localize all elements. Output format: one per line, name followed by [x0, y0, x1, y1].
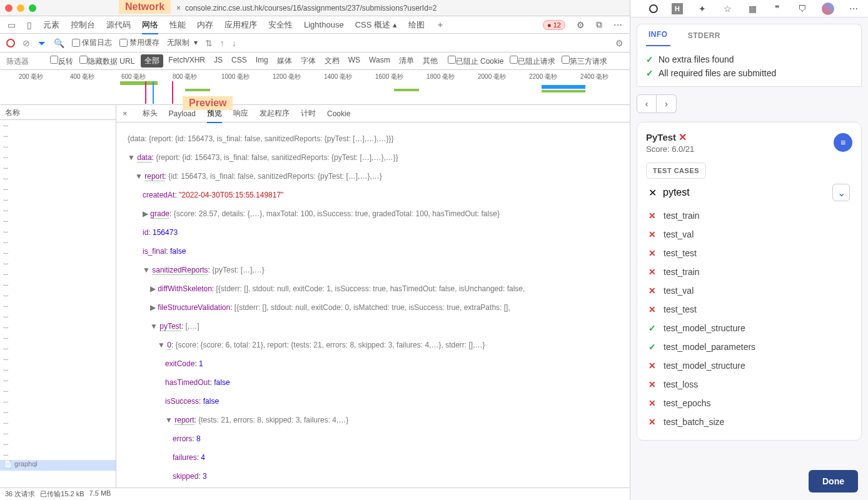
request-row[interactable]: ⎵ [0, 386, 116, 396]
test-case-row[interactable]: ✕test_train [646, 206, 852, 225]
request-row[interactable]: ⎵ [0, 439, 116, 449]
request-row[interactable]: ⎵ [0, 322, 116, 332]
preserve-log-checkbox[interactable]: 保留日志 [72, 38, 112, 48]
chip-fetchxhr[interactable]: Fetch/XHR [164, 54, 209, 68]
invert-checkbox[interactable]: 反转 [50, 56, 73, 67]
inspect-icon[interactable]: ▭ [8, 20, 16, 30]
download-icon[interactable]: ↓ [232, 38, 236, 48]
more-menu-icon[interactable]: ⋯ [848, 3, 859, 14]
tab-info[interactable]: INFO [646, 24, 670, 46]
settings-gear-icon[interactable]: ⚙ [577, 20, 585, 30]
done-button[interactable]: Done [809, 470, 858, 492]
request-row[interactable]: ⎵ [0, 184, 116, 194]
request-row[interactable]: ⎵ [0, 332, 116, 343]
dtab-payload[interactable]: Payload [169, 109, 196, 118]
minimize-window-icon[interactable] [17, 4, 24, 12]
chip-ws[interactable]: WS [345, 54, 364, 68]
request-row[interactable]: ⎵ [0, 301, 116, 311]
dtab-cookies[interactable]: Cookie [327, 109, 350, 118]
close-window-icon[interactable] [5, 4, 13, 12]
request-row[interactable]: ⎵ [0, 152, 116, 162]
tc-group-pytest[interactable]: ✕pytest ⌄ [646, 179, 852, 206]
dtab-preview[interactable]: 预览 [207, 108, 222, 123]
tab-sources[interactable]: 源代码 [106, 19, 131, 31]
h-badge-icon[interactable]: H [672, 3, 683, 14]
request-row[interactable]: ⎵ [0, 120, 116, 131]
chip-doc[interactable]: 文档 [321, 54, 343, 68]
chip-all[interactable]: 全部 [141, 54, 163, 68]
chip-manifest[interactable]: 清单 [395, 54, 418, 68]
request-row-selected[interactable]: 📄 graphql [0, 460, 116, 471]
issues-badge[interactable]: ● 12 [543, 20, 565, 30]
collections-icon[interactable]: ▦ [747, 3, 758, 14]
request-row[interactable]: ⎵ [0, 279, 116, 290]
tab-rendering[interactable]: 绘图 [408, 19, 425, 31]
dock-icon[interactable]: ⧉ [596, 19, 602, 30]
test-case-row[interactable]: ✕test_val [646, 225, 852, 244]
chip-css[interactable]: CSS [228, 54, 251, 68]
request-row[interactable]: ⎵ [0, 237, 116, 248]
tab-close-icon[interactable]: × [176, 4, 181, 12]
test-case-row[interactable]: ✓test_model_structure [646, 319, 852, 338]
dtab-response[interactable]: 响应 [233, 108, 248, 119]
extension-icon[interactable]: ✦ [697, 3, 708, 14]
throttle-select[interactable]: 无限制 ▾ [167, 38, 198, 48]
request-row[interactable]: ⎵ [0, 343, 116, 354]
test-case-row[interactable]: ✕test_val [646, 281, 852, 300]
device-toggle-icon[interactable]: ▯ [27, 20, 32, 30]
request-row[interactable]: ⎵ [0, 194, 116, 205]
next-button[interactable]: › [657, 94, 677, 113]
chevron-down-icon[interactable]: ⌄ [832, 184, 850, 201]
third-party-checkbox[interactable]: 第三方请求 [562, 56, 607, 67]
tab-stderr[interactable]: STDERR [685, 25, 723, 46]
wifi-icon[interactable]: ⇅ [205, 38, 213, 48]
test-case-row[interactable]: ✕test_batch_size [646, 412, 852, 431]
request-row[interactable]: ⎵ [0, 311, 116, 322]
dtab-headers[interactable]: 标头 [143, 108, 158, 119]
shield-icon[interactable]: ⛉ [797, 3, 808, 14]
test-case-row[interactable]: ✕test_train [646, 262, 852, 281]
chip-wasm[interactable]: Wasm [365, 54, 394, 68]
log-button[interactable]: ≡ [834, 133, 852, 152]
quote-icon[interactable]: ❞ [772, 3, 783, 14]
request-row[interactable]: ⎵ [0, 258, 116, 269]
favorites-icon[interactable]: ☆ [722, 3, 733, 14]
chip-img[interactable]: Img [252, 54, 272, 68]
tab-console[interactable]: 控制台 [71, 19, 95, 31]
request-row[interactable]: ⎵ [0, 396, 116, 407]
filter-input[interactable] [6, 57, 44, 66]
dtab-timing[interactable]: 计时 [301, 108, 316, 119]
clear-icon[interactable]: ⊘ [23, 38, 30, 48]
traffic-lights[interactable] [5, 4, 36, 12]
add-tab-icon[interactable]: ＋ [436, 19, 445, 31]
prev-button[interactable]: ‹ [637, 94, 657, 113]
circle-icon[interactable] [649, 4, 658, 13]
tab-elements[interactable]: 元素 [43, 19, 59, 31]
request-row[interactable]: ⎵ [0, 290, 116, 301]
request-row[interactable]: ⎵ [0, 375, 116, 386]
search-icon[interactable]: 🔍 [54, 38, 64, 48]
maximize-window-icon[interactable] [29, 4, 36, 12]
tab-memory[interactable]: 内存 [197, 19, 213, 31]
request-row[interactable]: ⎵ [0, 131, 116, 141]
blocked-cookies-checkbox[interactable]: 已阻止 Cookie [448, 56, 504, 67]
test-case-row[interactable]: ✓test_model_parameters [646, 338, 852, 356]
request-row[interactable]: ⎵ [0, 364, 116, 375]
hide-data-urls-checkbox[interactable]: 隐藏数据 URL [79, 56, 134, 67]
tab-network[interactable]: 网络 [142, 19, 158, 34]
test-case-row[interactable]: ✕test_epochs [646, 394, 852, 412]
avatar-icon[interactable] [822, 2, 834, 15]
chip-media[interactable]: 媒体 [273, 54, 296, 68]
name-column-header[interactable]: 名称 [0, 105, 116, 120]
request-row[interactable]: ⎵ [0, 428, 116, 439]
request-row[interactable]: ⎵ [0, 205, 116, 216]
filter-toggle-icon[interactable]: ⏷ [38, 38, 46, 48]
upload-icon[interactable]: ↑ [220, 38, 225, 48]
request-row[interactable]: ⎵ [0, 216, 116, 226]
network-settings-icon[interactable]: ⚙ [615, 38, 623, 48]
request-row[interactable]: ⎵ [0, 226, 116, 237]
tab-performance[interactable]: 性能 [169, 19, 186, 31]
test-case-row[interactable]: ✕test_test [646, 300, 852, 319]
request-row[interactable]: ⎵ [0, 248, 116, 258]
request-row[interactable]: ⎵ [0, 141, 116, 152]
